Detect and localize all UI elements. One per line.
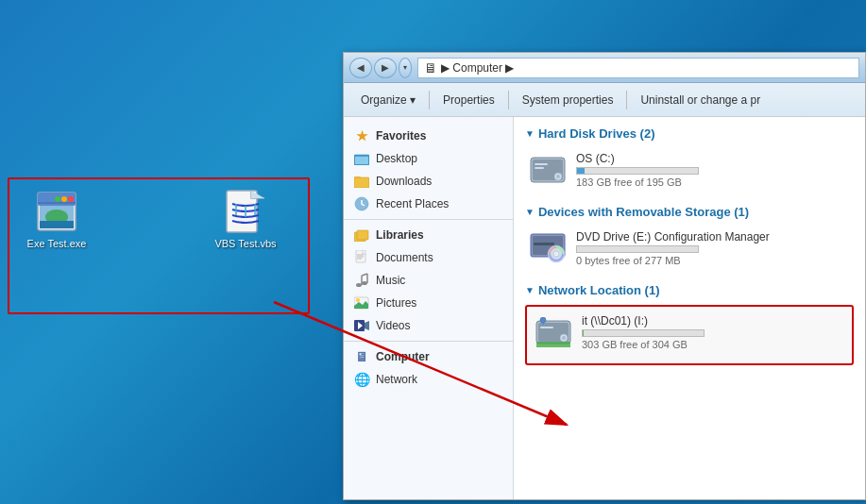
sidebar-recent-places-label: Recent Places [376,197,449,210]
hard-disk-drives-section: Hard Disk Drives (2) OS (C:) [525,126,854,192]
main-area: ★ Favorites Desktop Downloads [344,117,865,499]
sidebar-item-recent-places[interactable]: Recent Places [344,193,513,215]
svg-point-55 [562,336,566,340]
network-location-section: Network Location (1) [525,283,854,365]
hdd-c-icon [529,153,567,187]
address-bar[interactable]: 🖥 ▶ Computer ▶ [417,58,859,78]
vbs-icon-label: VBS Test.vbs [214,238,276,249]
toolbar-separator-1 [429,91,430,109]
title-bar: ◀ ▶ ▾ 🖥 ▶ Computer ▶ [344,53,865,83]
drive-dvd-name: DVD Drive (E:) Configuration Manager [576,230,850,244]
sidebar-item-desktop[interactable]: Desktop [344,147,513,170]
drive-item-dvd[interactable]: DVD Drive (E:) Configuration Manager 0 b… [525,227,854,270]
sidebar-pictures-label: Pictures [376,296,416,310]
desktop-icons-area: Exe Test.exe [19,189,283,249]
documents-icon [353,249,370,266]
desktop-icon-exe[interactable]: Exe Test.exe [19,189,94,249]
sidebar-item-documents[interactable]: Documents [344,246,513,269]
svg-rect-43 [535,163,548,165]
sidebar-item-videos[interactable]: Videos [344,314,513,337]
uninstall-button[interactable]: Uninstall or change a pr [631,90,770,110]
drive-dvd-info: DVD Drive (E:) Configuration Manager 0 b… [576,230,850,266]
system-properties-button[interactable]: System properties [513,90,623,110]
computer-icon: 🖥 [353,348,370,365]
sidebar-favorites-section: ★ Favorites Desktop Downloads [344,125,513,215]
toolbar: Organize ▾ Properties System properties … [344,83,865,117]
exe-icon [34,189,79,234]
sidebar-network-label: Network [376,373,417,386]
svg-rect-20 [354,176,361,179]
network-drive-icon [535,315,572,349]
svg-rect-24 [357,230,368,240]
sidebar-item-network[interactable]: 🌐 Network [344,368,513,391]
svg-rect-51 [534,243,554,245]
star-icon: ★ [353,127,370,144]
drive-item-network[interactable]: it (\\Dc01) (I:) 303 GB free of 304 GB [531,311,848,354]
drive-c-bar-fill [577,168,585,174]
hard-disk-drives-header: Hard Disk Drives (2) [525,126,854,141]
pictures-icon [353,294,370,311]
address-path: ▶ Computer ▶ [441,61,514,75]
sidebar-music-label: Music [376,274,405,287]
sidebar-item-computer[interactable]: 🖥 Computer [344,345,513,368]
drive-c-size: 183 GB free of 195 GB [576,176,850,188]
sidebar-divider-2 [344,341,513,342]
nav-buttons: ◀ ▶ ▾ [349,58,412,78]
sidebar-desktop-label: Desktop [376,152,417,165]
sidebar: ★ Favorites Desktop Downloads [344,117,514,499]
toolbar-separator-2 [508,91,509,109]
svg-point-35 [356,298,360,302]
sidebar-item-favorites[interactable]: ★ Favorites [344,125,513,147]
nav-dropdown-button[interactable]: ▾ [399,58,412,78]
libraries-icon [353,227,370,244]
network-header: Network Location (1) [525,283,854,297]
properties-button[interactable]: Properties [433,90,504,110]
drive-c-info: OS (C:) 183 GB free of 195 GB [576,152,850,188]
sidebar-downloads-label: Downloads [376,175,432,188]
svg-rect-56 [540,327,553,328]
drive-network-name: it (\\Dc01) (I:) [582,314,844,328]
drive-item-c[interactable]: OS (C:) 183 GB free of 195 GB [525,148,854,192]
svg-point-32 [362,281,367,285]
sidebar-documents-label: Documents [376,251,433,264]
desktop-icon-vbs[interactable]: VBS Test.vbs [208,189,283,249]
explorer-window: ◀ ▶ ▾ 🖥 ▶ Computer ▶ Organize ▾ Properti… [343,52,866,500]
recent-places-icon [353,195,370,212]
sidebar-computer-section: 🖥 Computer 🌐 Network [344,345,513,391]
toolbar-separator-3 [626,91,627,109]
sidebar-item-downloads[interactable]: Downloads [344,170,513,193]
sidebar-item-music[interactable]: Music [344,269,513,292]
sidebar-divider-1 [344,219,513,220]
drive-network-size: 303 GB free of 304 GB [582,339,844,350]
drive-network-bar [582,329,705,337]
svg-rect-57 [536,342,570,347]
sidebar-libraries-section: Libraries Documents Music [344,224,513,337]
drive-dvd-size: 0 bytes free of 277 MB [576,255,850,266]
drive-c-name: OS (C:) [576,152,850,165]
desktop-folder-icon [353,150,370,167]
svg-point-29 [356,283,362,287]
music-icon [353,272,370,289]
svg-line-31 [362,274,367,276]
content-area: Hard Disk Drives (2) OS (C:) [514,117,865,499]
downloads-folder-icon [353,173,370,190]
sidebar-favorites-label: Favorites [376,129,426,143]
svg-rect-2 [38,202,76,204]
sidebar-item-libraries[interactable]: Libraries [344,224,513,246]
svg-rect-18 [355,157,368,164]
drive-network-bar-fill [583,330,584,336]
sidebar-videos-label: Videos [376,319,410,332]
back-button[interactable]: ◀ [349,58,372,78]
drive-network-info: it (\\Dc01) (I:) 303 GB free of 304 GB [582,314,844,350]
removable-header: Devices with Removable Storage (1) [525,205,854,219]
svg-point-58 [540,317,546,323]
svg-point-6 [68,196,74,202]
sidebar-item-pictures[interactable]: Pictures [344,292,513,314]
drive-c-bar [576,167,699,175]
network-drive-highlight: it (\\Dc01) (I:) 303 GB free of 304 GB [525,305,854,365]
organize-button[interactable]: Organize ▾ [351,90,425,110]
sidebar-computer-label: Computer [376,350,430,363]
forward-button[interactable]: ▶ [374,58,397,78]
dvd-icon [529,231,567,265]
svg-rect-44 [535,167,544,169]
